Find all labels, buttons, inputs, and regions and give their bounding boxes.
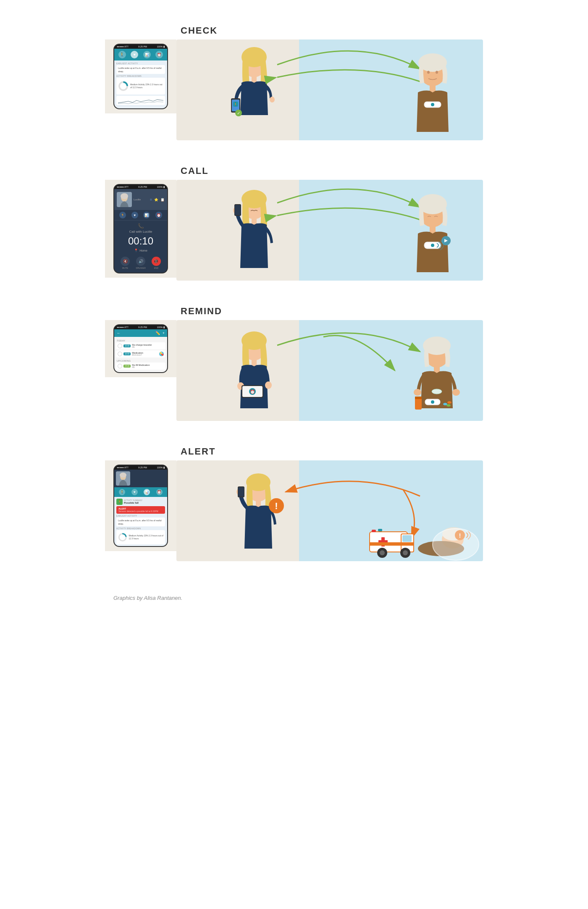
remind-phone-panel: ●●●●● ATT 9:25 PM 100% ▮ ← ✏️ + [105,320,176,377]
remind-edit-icon[interactable]: ✏️ [155,331,160,335]
check-scene: 🚶 ✓ [176,39,483,140]
call-phone-panel: ●●●●● ATT 9:25 PM 100% ▮ [105,180,176,278]
remind-pill-icon: 💊 [159,352,164,356]
alert-banner-text: Sensors detected a possible fall at 9:20… [118,510,163,512]
call-carrier: ●●●●● ATT [117,186,129,188]
call-action-icon-4[interactable]: ⏰ [155,212,162,218]
remind-item-upcoming[interactable]: 04:00 Re-fill Medication ME [116,363,165,370]
call-label: CALL [105,166,483,176]
svg-point-7 [270,97,275,102]
alert-time: 9:25 PM [138,466,147,469]
check-donut-chart [118,79,129,93]
svg-point-63 [447,401,452,404]
svg-point-64 [446,404,451,407]
svg-point-55 [414,389,421,396]
call-nav-icon-2[interactable]: ⭐ [154,198,158,202]
remind-time-upcoming: 04:00 [123,365,131,368]
remind-back-icon[interactable]: ← [117,331,121,335]
call-avatar [117,192,132,207]
remind-upcoming-label: UPCOMING [116,358,165,363]
alert-tab-3[interactable]: 📊 [144,489,150,495]
alert-donut-chart [118,531,127,543]
call-speaker-btn[interactable]: 🔊 SPEAKER [136,257,146,269]
svg-point-56 [452,389,460,396]
remind-add-icon[interactable]: + [163,331,165,335]
call-timer-value: 00:10 [128,235,153,247]
check-tab-heart[interactable]: ♥ [131,51,138,58]
call-speaker-icon[interactable]: 🔊 [136,257,145,266]
svg-point-22 [431,103,434,106]
remind-item-1[interactable]: 10:00 Re-charge bracelet ME [116,342,165,349]
call-nav-icon-3[interactable]: 📋 [160,198,165,202]
call-action-icon-1[interactable]: 🏃 [119,212,126,218]
call-location-icon: 📍 [134,249,138,252]
svg-point-88 [380,550,385,555]
remind-status-bar: ●●●●● ATT 9:25 PM 100% ▮ [114,325,167,329]
call-header-info: Lucille [134,198,141,201]
call-nav-icon-1[interactable]: ≡ [150,198,152,202]
alert-carrier: ●●●●● ATT [117,466,129,469]
check-tab-steps[interactable]: 🚶 [118,51,126,58]
call-end-icon[interactable]: 📵 [152,257,161,266]
svg-point-2 [121,84,125,88]
check-tab-chart[interactable]: 📊 [143,51,151,58]
call-mute-label: MUTE [122,267,128,269]
check-phone-mockup: ●●●●● ATT 9:25 PM 100% ▮ 🚶 ♥ 📊 ⏰ EARLIES… [113,44,168,109]
remind-time: 9:25 PM [138,326,147,328]
alert-label: ALERT [105,446,483,457]
call-end-btn[interactable]: 📵 END [152,257,161,269]
alert-activity-icon: 🚶 [116,499,123,505]
svg-point-18 [427,71,430,74]
alert-tab-2[interactable]: ♥ [131,489,138,495]
remind-scene-row: ●●●●● ATT 9:25 PM 100% ▮ ← ✏️ + [105,320,483,421]
alert-avatar-svg [116,471,130,486]
call-location-text: Home [139,249,147,252]
call-action-icon-2[interactable]: ♥ [131,212,138,218]
alert-earliest-text-box: Lucille woke up at 8 a.m. after 9.5 hrs … [116,518,165,526]
call-action-row: 🏃 ♥ 📊 ⏰ [114,210,167,221]
alert-activity-row: 🚶 ACTIVITY SUMMARY Possible fall [116,499,165,505]
remind-check-2[interactable] [118,352,122,356]
check-scene-row: ●●●●● ATT 9:25 PM 100% ▮ 🚶 ♥ 📊 ⏰ EARLIES… [105,39,483,140]
call-scene-row: ●●●●● ATT 9:25 PM 100% ▮ [105,180,483,281]
remind-text-1: Re-charge bracelet ME [132,344,152,348]
svg-rect-86 [402,535,412,542]
check-status-bar: ●●●●● ATT 9:25 PM 100% ▮ [114,45,167,49]
call-phone-icon: 📞 [114,221,167,229]
remind-check-upcoming[interactable] [118,364,122,368]
svg-text:🚶: 🚶 [234,102,238,106]
call-speaker-label: SPEAKER [136,267,146,269]
alert-breakdown-body: Medium Activity 23% 2.3 hours out of 11.… [116,530,165,544]
call-battery: 100% ▮ [157,186,165,188]
remind-check-1[interactable] [118,344,122,348]
alert-tab-4[interactable]: ⏰ [156,489,163,495]
svg-point-70 [121,536,124,539]
alert-avatar [116,471,130,486]
main-container: CHECK ●●●●● ATT 9:25 PM 100% ▮ 🚶 ♥ 📊 ⏰ [105,25,483,601]
svg-point-67 [120,473,126,478]
call-action-icon-3[interactable]: 📊 [143,212,150,218]
alert-phone-mockup: ●●●●● ATT 9:25 PM 100% ▮ [113,465,168,547]
alert-fall-text: Possible fall [124,502,165,504]
call-header-name: Lucille [134,198,141,201]
call-mute-icon[interactable]: 🔇 [121,257,130,266]
call-nav-icons: ≡ ⭐ 📋 [150,198,165,202]
remind-upcoming-sub: ME [132,366,150,368]
check-tab-clock[interactable]: ⏰ [155,51,163,58]
remind-item-2[interactable]: 10:00 Medication BRACELET 💊 [116,350,165,357]
alert-battery: 100% ▮ [157,466,165,469]
svg-point-98 [433,528,479,560]
svg-point-45 [265,381,272,389]
call-phone-mockup: ●●●●● ATT 9:25 PM 100% ▮ [113,184,168,273]
alert-tab-1[interactable]: 🚶 [119,489,125,495]
remind-label: REMIND [105,306,483,317]
remind-battery: 100% ▮ [157,326,165,328]
call-mute-btn[interactable]: 🔇 MUTE [121,257,130,269]
remind-app-header: ← ✏️ + [114,329,167,337]
check-label: CHECK [105,25,483,36]
call-section: CALL ●●●●● ATT 9:25 PM 100% ▮ [105,166,483,281]
alert-breakdown-label: ACTIVITY BREAKDOWN [116,528,165,530]
alert-phone-panel: ●●●●● ATT 9:25 PM 100% ▮ [105,460,176,551]
check-earliest-text: Lucille woke up at 8 a.m. after 9.5 hrs … [116,65,165,74]
svg-point-38 [431,244,434,247]
